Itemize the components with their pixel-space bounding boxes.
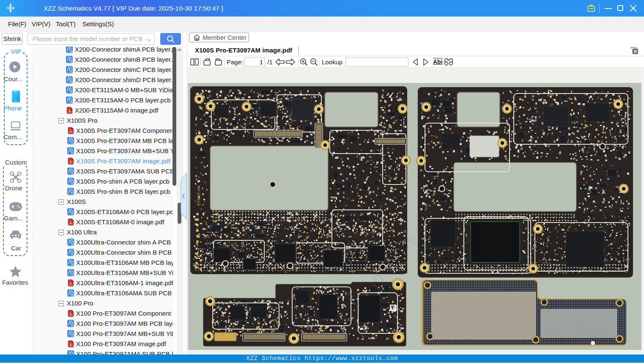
svg-text:ET3097 AM: ET3097 AM — [197, 186, 201, 206]
